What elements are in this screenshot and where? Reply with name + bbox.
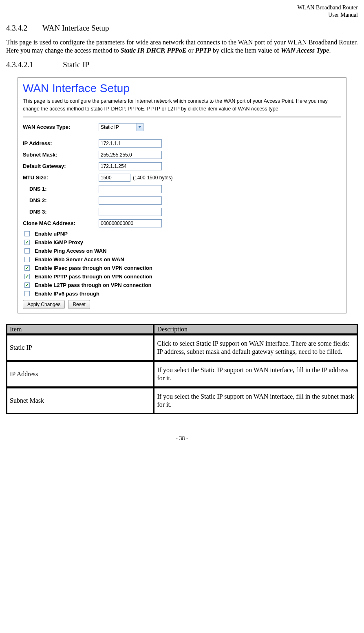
input-mtu-size[interactable] bbox=[99, 174, 130, 182]
th-item: Item bbox=[6, 324, 154, 335]
reset-button[interactable]: Reset bbox=[68, 300, 90, 309]
checkbox[interactable]: ✓ bbox=[24, 240, 30, 245]
input-ip-address[interactable] bbox=[99, 139, 162, 148]
subsection-num: 4.3.4.2.1 bbox=[6, 60, 33, 69]
label-default-gateway: Default Gateway: bbox=[23, 163, 99, 169]
checkbox-list: Enable uPNP✓Enable IGMP ProxyEnable Ping… bbox=[23, 231, 341, 297]
panel-title: WAN Interface Setup bbox=[23, 82, 341, 95]
input-clone-mac[interactable] bbox=[99, 219, 162, 227]
section-num: 4.3.4.2 bbox=[6, 24, 27, 33]
page-footer: - 38 - bbox=[6, 435, 358, 442]
screenshot-panel: WAN Interface Setup This page is used to… bbox=[18, 77, 346, 313]
checkbox[interactable] bbox=[24, 248, 30, 254]
row-dns1: DNS 1: bbox=[23, 185, 341, 193]
doc-header-line2: User Manual bbox=[328, 12, 358, 18]
row-default-gateway: Default Gateway: bbox=[23, 162, 341, 170]
cell-description: If you select the Static IP support on W… bbox=[154, 388, 358, 414]
table-row: IP AddressIf you select the Static IP su… bbox=[6, 361, 358, 388]
checkbox-label: Enable Ping Access on WAN bbox=[35, 248, 107, 254]
row-ip-address: IP Address: bbox=[23, 139, 341, 148]
label-subnet-mask: Subnet Mask: bbox=[23, 152, 99, 158]
checkbox[interactable]: ✓ bbox=[24, 282, 30, 288]
doc-header-line1: WLAN Broadband Router bbox=[297, 4, 358, 11]
mtu-hint: (1400-1500 bytes) bbox=[133, 175, 172, 181]
section-title: WAN Interface Setup bbox=[42, 24, 109, 33]
checkbox-row: Enable Ping Access on WAN bbox=[24, 248, 341, 254]
input-subnet-mask[interactable] bbox=[99, 151, 162, 159]
description-table: Item Description Static IPClick to selec… bbox=[6, 324, 358, 414]
intro-text-3: by click the item value of bbox=[211, 47, 281, 54]
row-wan-access-type: WAN Access Type: Static IP bbox=[23, 123, 341, 131]
checkbox-label: Enable Web Server Access on WAN bbox=[35, 256, 124, 262]
checkbox-row: Enable uPNP bbox=[24, 231, 341, 237]
cell-item: Static IP bbox=[6, 335, 154, 361]
row-subnet-mask: Subnet Mask: bbox=[23, 151, 341, 159]
checkbox-label: Enable IPv6 pass through bbox=[35, 291, 99, 297]
button-row: Apply Changes Reset bbox=[23, 300, 341, 309]
label-wan-access-type: WAN Access Type: bbox=[23, 124, 99, 130]
cell-item: IP Address bbox=[6, 361, 154, 388]
checkbox-row: ✓Enable IGMP Proxy bbox=[24, 239, 341, 245]
intro-text-4: . bbox=[329, 47, 331, 54]
subsection-title: Static IP bbox=[63, 60, 89, 69]
row-clone-mac: Clone MAC Address: bbox=[23, 219, 341, 227]
label-ip-address: IP Address: bbox=[23, 140, 99, 146]
checkbox[interactable] bbox=[24, 257, 30, 262]
table-header-row: Item Description bbox=[6, 324, 358, 335]
intro-bi-2: PPTP bbox=[195, 47, 211, 54]
checkbox-row: Enable Web Server Access on WAN bbox=[24, 256, 341, 262]
input-dns3[interactable] bbox=[99, 208, 162, 216]
checkbox[interactable] bbox=[24, 291, 30, 296]
select-value: Static IP bbox=[101, 124, 119, 130]
divider bbox=[23, 117, 341, 117]
th-description: Description bbox=[154, 324, 358, 335]
label-mtu-size: MTU Size: bbox=[23, 174, 99, 181]
section-heading: 4.3.4.2 WAN Interface Setup bbox=[6, 24, 358, 33]
select-wan-access-type[interactable]: Static IP bbox=[99, 123, 143, 131]
checkbox-row: ✓Enable IPsec pass through on VPN connec… bbox=[24, 265, 341, 271]
intro-bi-1: Static IP, DHCP, PPPoE bbox=[121, 47, 187, 54]
row-dns3: DNS 3: bbox=[23, 208, 341, 216]
checkbox-label: Enable IGMP Proxy bbox=[35, 239, 83, 245]
input-default-gateway[interactable] bbox=[99, 162, 162, 170]
checkbox-label: Enable PPTP pass through on VPN connecti… bbox=[35, 273, 152, 280]
cell-description: If you select the Static IP support on W… bbox=[154, 361, 358, 388]
checkbox[interactable] bbox=[24, 231, 30, 236]
cell-item: Subnet Mask bbox=[6, 388, 154, 414]
panel-desc: This page is used to configure the param… bbox=[23, 97, 341, 112]
apply-changes-button[interactable]: Apply Changes bbox=[23, 300, 65, 309]
row-mtu-size: MTU Size: (1400-1500 bytes) bbox=[23, 174, 341, 182]
chevron-down-icon bbox=[136, 124, 143, 131]
checkbox-row: ✓Enable PPTP pass through on VPN connect… bbox=[24, 273, 341, 280]
cell-description: Click to select Static IP support on WAN… bbox=[154, 335, 358, 361]
checkbox-label: Enable IPsec pass through on VPN connect… bbox=[35, 265, 152, 271]
checkbox-row: ✓Enable L2TP pass through on VPN connect… bbox=[24, 282, 341, 288]
subsection-heading: 4.3.4.2.1 Static IP bbox=[6, 60, 358, 69]
checkbox[interactable]: ✓ bbox=[24, 265, 30, 271]
intro-text-2: or bbox=[186, 47, 195, 54]
row-dns2: DNS 2: bbox=[23, 196, 341, 205]
checkbox-label: Enable uPNP bbox=[35, 231, 68, 237]
checkbox-row: Enable IPv6 pass through bbox=[24, 291, 341, 297]
table-row: Subnet MaskIf you select the Static IP s… bbox=[6, 388, 358, 414]
input-dns1[interactable] bbox=[99, 185, 162, 193]
table-row: Static IPClick to select Static IP suppo… bbox=[6, 335, 358, 361]
label-dns3: DNS 3: bbox=[23, 209, 99, 215]
checkbox[interactable]: ✓ bbox=[24, 274, 30, 279]
label-dns2: DNS 2: bbox=[23, 197, 99, 203]
intro-bi-3: WAN Access Type bbox=[281, 47, 329, 54]
label-clone-mac: Clone MAC Address: bbox=[23, 220, 99, 226]
checkbox-label: Enable L2TP pass through on VPN connecti… bbox=[35, 282, 152, 288]
doc-header: WLAN Broadband Router User Manual bbox=[6, 4, 358, 19]
input-dns2[interactable] bbox=[99, 196, 162, 205]
label-dns1: DNS 1: bbox=[23, 186, 99, 192]
intro-paragraph: This page is used to configure the param… bbox=[6, 38, 358, 55]
